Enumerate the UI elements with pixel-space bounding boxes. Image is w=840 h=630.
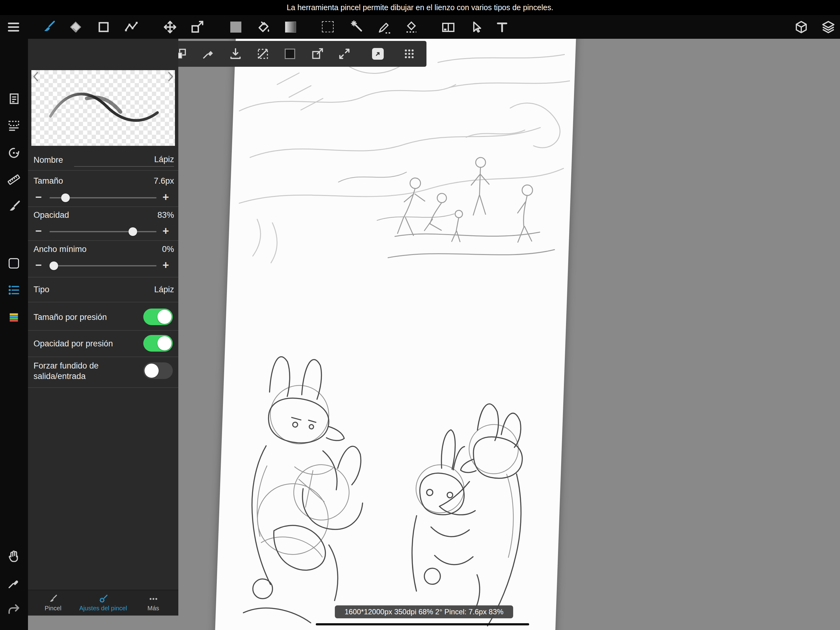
polyline-tool-icon[interactable] — [124, 20, 139, 35]
divider — [28, 302, 178, 302]
share-icon[interactable] — [371, 47, 385, 60]
brush-tool-icon[interactable] — [41, 20, 56, 35]
tab-label: Ajustes del pincel — [79, 605, 127, 612]
tab-label: Pincel — [44, 605, 61, 612]
brush-name-value: Lápiz — [74, 153, 174, 166]
min-width-slider[interactable] — [49, 265, 156, 266]
select-invert-icon[interactable] — [256, 47, 270, 60]
min-width-label: Ancho mínimo — [33, 242, 87, 256]
eraser-tool-icon[interactable] — [68, 20, 83, 35]
opacity-pressure-toggle[interactable] — [143, 335, 173, 351]
divider — [28, 170, 178, 171]
tab-mas[interactable]: Más — [128, 590, 178, 616]
brush-stroke-preview[interactable] — [32, 70, 175, 146]
scroll-indicator[interactable] — [316, 623, 529, 625]
canvas-status-bar: 1600*12000px 350dpi 68% 2° Pincel: 7.6px… — [335, 605, 513, 618]
min-width-minus-button[interactable]: − — [32, 259, 45, 272]
foreground-color-icon[interactable] — [229, 20, 243, 35]
min-width-value: 0% — [162, 242, 174, 256]
color-chip-icon[interactable] — [7, 256, 21, 271]
brush-settings-icon[interactable] — [7, 199, 21, 214]
snap-pen-icon[interactable] — [201, 47, 215, 60]
divider — [28, 356, 178, 357]
redo-small-icon[interactable] — [7, 603, 21, 617]
text-tool-icon[interactable] — [495, 20, 510, 35]
size-label: Tamaño — [33, 174, 63, 188]
drawing-canvas[interactable] — [214, 19, 576, 630]
brush-tab-icon — [48, 594, 58, 604]
menu-icon[interactable] — [6, 20, 21, 35]
operation-select-icon[interactable] — [469, 20, 484, 35]
opacity-label: Opacidad — [33, 208, 69, 222]
divider — [28, 330, 178, 331]
select-eraser-icon[interactable] — [404, 20, 419, 35]
tool-hint-banner: La herramienta pincel permite dibujar en… — [0, 0, 840, 15]
palette-icon[interactable] — [7, 310, 21, 324]
shape-tool-icon[interactable] — [96, 20, 111, 35]
opacity-plus-button[interactable]: + — [159, 225, 172, 238]
divider — [28, 240, 178, 241]
size-plus-button[interactable]: + — [159, 191, 172, 204]
opacity-value: 83% — [158, 208, 174, 222]
size-pressure-toggle[interactable] — [143, 309, 173, 325]
opacity-pressure-label: Opacidad por presión — [33, 337, 113, 350]
opacity-minus-button[interactable]: − — [32, 225, 45, 238]
type-label: Tipo — [33, 283, 49, 296]
magic-wand-icon[interactable] — [349, 20, 364, 35]
brush-next-button[interactable] — [164, 70, 177, 83]
sketch-artwork — [214, 19, 576, 630]
main-toolbar — [0, 15, 840, 39]
min-width-plus-button[interactable]: + — [159, 259, 172, 272]
fullscreen-icon[interactable] — [338, 47, 351, 60]
size-value: 7.6px — [154, 174, 174, 188]
left-sidebar — [0, 39, 28, 630]
panel-tab-bar: Pincel Ajustes del pincel Más — [28, 590, 178, 616]
toggle-knob — [158, 310, 172, 324]
brush-stroke-sample — [32, 70, 175, 146]
gradient-tool-icon[interactable] — [283, 20, 298, 35]
tab-ajustes-del-pincel[interactable]: Ajustes del pincel — [78, 590, 128, 616]
eyedropper-icon[interactable] — [7, 576, 21, 590]
material-panel-icon[interactable] — [794, 20, 808, 35]
layers-panel-icon[interactable] — [821, 20, 836, 35]
more-tab-icon — [148, 594, 158, 604]
select-pen-icon[interactable] — [377, 20, 392, 35]
brush-prev-button[interactable] — [30, 70, 42, 83]
type-value[interactable]: Lápiz — [154, 283, 174, 296]
divider — [28, 277, 178, 277]
rotate-canvas-icon[interactable] — [7, 146, 21, 160]
ruler-icon[interactable] — [7, 173, 21, 187]
brush-settings-tab-icon — [98, 594, 108, 604]
pages-icon[interactable] — [7, 92, 21, 106]
tab-pincel[interactable]: Pincel — [28, 590, 78, 616]
export-icon[interactable] — [311, 47, 324, 60]
divider — [28, 206, 178, 207]
brush-name-input[interactable]: Lápiz — [74, 153, 174, 167]
divider — [28, 387, 178, 388]
select-wand-icon[interactable] — [7, 119, 21, 133]
size-slider[interactable] — [49, 197, 156, 198]
paint-app: 1600*12000px 350dpi 68% 2° Pincel: 7.6px… — [0, 0, 840, 630]
move-tool-icon[interactable] — [163, 20, 177, 35]
min-width-slider-thumb[interactable] — [49, 261, 58, 270]
size-slider-thumb[interactable] — [61, 193, 70, 202]
grid-icon[interactable] — [403, 47, 416, 60]
select-rect-icon[interactable] — [321, 20, 336, 35]
force-fade-label: Forzar fundido de salida/entrada — [33, 361, 126, 381]
size-minus-button[interactable]: − — [32, 191, 45, 204]
opacity-slider[interactable] — [49, 231, 156, 232]
divide-canvas-icon[interactable] — [441, 20, 456, 35]
hand-tool-icon[interactable] — [7, 549, 21, 563]
size-pressure-label: Tamaño por presión — [33, 310, 107, 324]
toggle-knob — [158, 336, 172, 350]
fill-tool-icon[interactable] — [256, 20, 271, 35]
save-icon[interactable] — [229, 47, 242, 60]
opacity-slider-thumb[interactable] — [128, 227, 137, 236]
transform-tool-icon[interactable] — [190, 20, 204, 35]
brush-name-label: Nombre — [33, 153, 63, 167]
brush-settings-panel: Nombre Lápiz Tamaño 7.6px − + Opacidad 8… — [28, 39, 178, 616]
force-fade-toggle[interactable] — [143, 362, 173, 379]
toggle-knob — [145, 364, 159, 378]
brush-list-icon[interactable] — [7, 283, 21, 297]
crop-icon[interactable] — [283, 47, 297, 60]
